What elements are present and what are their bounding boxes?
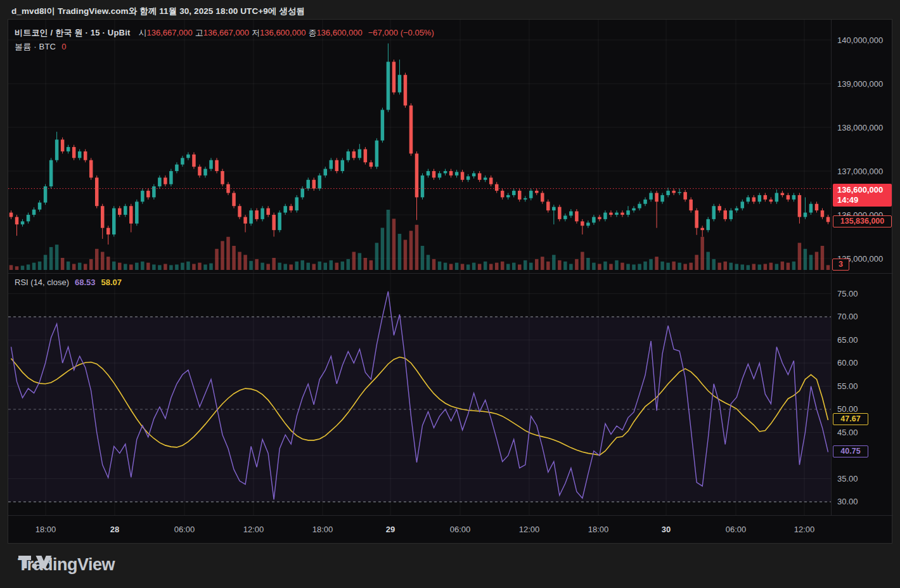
volume-bar <box>787 263 790 270</box>
ohlc-label: 고 <box>195 28 203 37</box>
volume-bar <box>135 263 139 270</box>
candle-body <box>792 195 796 200</box>
rsi-scale[interactable]: 47.67 40.75 75.0070.0065.0060.0055.0050.… <box>831 273 893 515</box>
price-scale[interactable]: 136,600,000 14:49 135,836,000 3 140,000,… <box>831 20 893 273</box>
volume-bar <box>49 247 53 270</box>
candle-body <box>432 171 436 177</box>
volume-bar <box>741 264 745 270</box>
candle-body <box>769 200 773 201</box>
rsi-axis-label: 45.00 <box>837 427 858 437</box>
candle-body <box>723 210 727 219</box>
volume-bar <box>752 264 756 271</box>
candle-body <box>660 195 664 201</box>
volume-bar <box>221 241 224 270</box>
candle-body <box>21 221 25 224</box>
candle-body <box>135 201 139 224</box>
candle-body <box>632 208 636 210</box>
rsi-chart-canvas[interactable] <box>8 274 831 515</box>
price-pane[interactable]: 비트코인 / 한국 원 · 15 · UpBit 시136,667,000고13… <box>8 20 893 273</box>
candle-body <box>455 172 459 176</box>
time-scale[interactable]: 18:002806:0012:0018:002906:0012:0018:003… <box>8 515 893 544</box>
volume-bar <box>809 255 813 270</box>
volume-bar <box>84 264 87 271</box>
ohlc-value: 136,600,000 <box>260 28 305 37</box>
candle-body <box>484 177 487 179</box>
volume-bar <box>643 262 647 270</box>
volume-bar <box>72 264 76 271</box>
volume-bar <box>484 262 487 270</box>
volume-bar <box>409 231 413 270</box>
candle-body <box>666 191 670 195</box>
candle-body <box>158 177 162 186</box>
volume-bar <box>678 263 681 270</box>
candle-body <box>398 75 402 93</box>
rsi-pane[interactable]: RSI (14, close) 68.53 58.07 <box>8 273 893 515</box>
volume-bar <box>512 263 516 270</box>
ohlc-label: 종 <box>308 28 316 37</box>
candle-body <box>370 162 373 167</box>
volume-bar <box>552 255 556 270</box>
candle-body <box>141 191 145 201</box>
ohlc-values: 시136,667,000고136,667,000저136,600,000종136… <box>136 27 362 39</box>
candle-body <box>781 193 785 195</box>
volume-bar <box>89 259 93 270</box>
volume-bar <box>192 264 196 271</box>
volume-bar <box>769 263 773 270</box>
candle-body <box>152 186 156 197</box>
candle-body <box>741 201 745 208</box>
candle-body <box>655 193 659 202</box>
price-chart-canvas[interactable] <box>8 20 831 273</box>
ohlc-value: 136,600,000 <box>316 28 362 37</box>
candle-body <box>415 153 419 197</box>
candle-body <box>238 206 241 217</box>
candle-body <box>541 193 544 202</box>
candle-body <box>552 207 556 211</box>
volume-bar <box>364 258 368 270</box>
volume-legend-value: 0 <box>61 42 66 51</box>
candle-body <box>84 151 87 160</box>
volume-bar <box>655 257 659 270</box>
volume-bar <box>215 249 219 270</box>
candle-body <box>72 147 76 158</box>
candle-body <box>255 210 259 219</box>
tradingview-logo[interactable]: TradingView <box>18 555 115 575</box>
price-axis-label: 139,000,000 <box>837 79 883 89</box>
candle-body <box>747 197 750 201</box>
volume-bar <box>387 210 390 270</box>
candle-body <box>649 193 653 200</box>
volume-bar <box>455 263 459 270</box>
candle-body <box>821 210 825 217</box>
rsi-axis-label: 60.00 <box>837 358 858 368</box>
volume-bar <box>427 255 430 270</box>
volume-bar <box>524 260 527 270</box>
volume-bar <box>472 263 476 270</box>
volume-bar <box>815 252 819 271</box>
candle-body <box>512 191 516 195</box>
volume-bar <box>44 255 48 270</box>
candle-body <box>169 171 173 184</box>
volume-bar <box>501 262 505 270</box>
candle-body <box>764 195 768 200</box>
candle-body <box>129 206 133 224</box>
volume-bar <box>15 266 19 270</box>
volume-bar <box>152 264 156 270</box>
volume-bar <box>95 249 99 270</box>
volume-bar <box>283 264 287 271</box>
ohlc-value: 136,667,000 <box>203 28 249 37</box>
volume-bar <box>563 262 567 270</box>
candle-body <box>529 191 533 198</box>
volume-bar <box>186 262 190 270</box>
volume-bar <box>620 263 624 270</box>
volume-bar <box>535 259 539 270</box>
volume-bar <box>266 264 270 271</box>
last-price-badge-value: 136,600,000 <box>837 185 892 195</box>
volume-bar <box>529 263 533 270</box>
rsi-axis-label: 35.00 <box>837 473 858 483</box>
volume-value-badge: 3 <box>832 259 849 271</box>
chart-panel: 비트코인 / 한국 원 · 15 · UpBit 시136,667,000고13… <box>8 19 892 544</box>
volume-bar <box>209 264 213 270</box>
time-axis-label: 18:00 <box>35 525 56 534</box>
last-price-badge: 136,600,000 14:49 <box>833 184 892 207</box>
candle-body <box>581 221 584 226</box>
price-axis-label: 137,000,000 <box>837 167 883 176</box>
